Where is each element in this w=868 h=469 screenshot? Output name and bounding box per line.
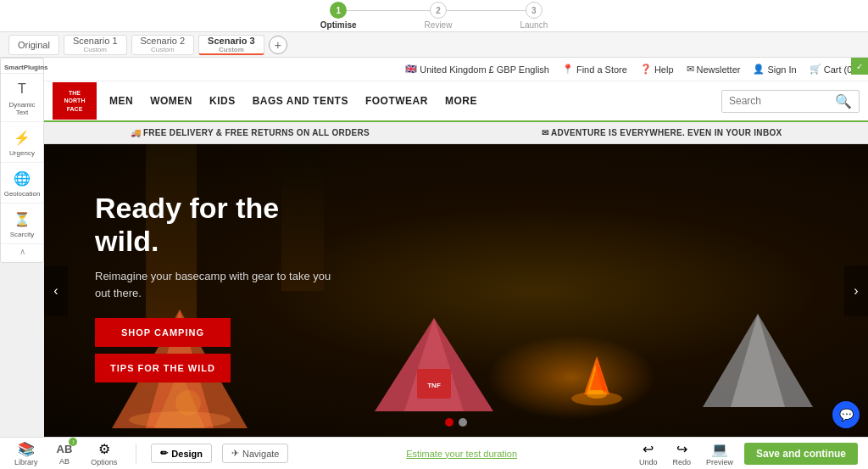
svg-point-15 bbox=[587, 390, 607, 399]
redo-button[interactable]: ↪ Redo bbox=[668, 439, 695, 468]
green-badge bbox=[851, 58, 868, 75]
chat-button[interactable]: 💬 bbox=[832, 401, 860, 428]
search-bar[interactable]: 🔍 bbox=[721, 90, 860, 113]
redo-icon: ↪ bbox=[676, 441, 687, 457]
library-button[interactable]: 📚 Library bbox=[10, 439, 42, 468]
progress-step-1[interactable]: 1 Optimise bbox=[320, 2, 357, 30]
step-circle-2: 2 bbox=[430, 2, 447, 19]
hero-title: Ready for the wild. bbox=[95, 192, 341, 258]
tent-center: TNF bbox=[366, 310, 502, 420]
scarcity-icon: ⏳ bbox=[12, 209, 32, 229]
nav-link-footwear[interactable]: FOOTWEAR bbox=[365, 95, 428, 107]
svg-text:TNF: TNF bbox=[427, 382, 441, 389]
toolbar-divider bbox=[136, 444, 136, 464]
add-scenario-button[interactable]: + bbox=[269, 36, 287, 54]
progress-step-3[interactable]: 3 Launch bbox=[520, 2, 548, 30]
bottom-toolbar: 📚 Library AB ! AB ⚙ Options ✏ Design ✈ N… bbox=[0, 437, 868, 469]
pencil-icon: ✏ bbox=[160, 448, 168, 459]
tent-right bbox=[698, 310, 817, 411]
step-circle-3: 3 bbox=[526, 2, 542, 19]
carousel-dot-2[interactable] bbox=[459, 418, 467, 427]
geolocation-icon: 🌐 bbox=[12, 168, 32, 188]
nav-link-bags[interactable]: BAGS AND TENTS bbox=[253, 95, 348, 107]
scenario-tabs: Original Scenario 1 Custom Scenario 2 Cu… bbox=[0, 32, 868, 58]
step-label-2: Review bbox=[425, 20, 453, 30]
utility-country[interactable]: 🇬🇧 United Kingdom £ GBP English bbox=[405, 64, 549, 75]
website-frame: 🇬🇧 United Kingdom £ GBP English 📍 Find a… bbox=[44, 58, 868, 437]
design-button[interactable]: ✏ Design bbox=[151, 444, 212, 463]
carousel-prev-button[interactable]: ‹ bbox=[44, 265, 68, 316]
preview-label: Preview bbox=[706, 458, 733, 466]
search-input[interactable] bbox=[729, 95, 831, 107]
carousel-dot-1[interactable] bbox=[445, 418, 453, 427]
hero-subtitle: Reimagine your basecamp with gear to tak… bbox=[95, 268, 341, 301]
progress-bar: 1 Optimise 2 Review 3 Launch bbox=[0, 0, 868, 32]
plugin-scarcity-label: Scarcity bbox=[10, 231, 34, 238]
save-continue-button[interactable]: Save and continue bbox=[744, 443, 858, 465]
preview-button[interactable]: 💻 Preview bbox=[702, 439, 737, 468]
utility-newsletter[interactable]: ✉ Newsletter bbox=[687, 64, 741, 75]
utility-help[interactable]: ❓ Help bbox=[640, 64, 674, 75]
options-button[interactable]: ⚙ Options bbox=[86, 439, 121, 468]
plugin-geolocation[interactable]: 🌐 Geolocation bbox=[1, 163, 43, 204]
nav-bar: THE NORTH FACE MEN WOMEN KIDS BAGS AND T… bbox=[44, 81, 868, 122]
utility-sign-in[interactable]: 👤 Sign In bbox=[753, 64, 796, 75]
progress-step-2[interactable]: 2 Review bbox=[425, 2, 453, 30]
step-label-3: Launch bbox=[520, 20, 548, 30]
smart-plugins-header: SmartPlugins bbox=[1, 62, 43, 74]
plugin-geolocation-label: Geolocation bbox=[4, 190, 41, 198]
tab-scenario-1[interactable]: Scenario 1 Custom bbox=[64, 35, 127, 55]
toolbar-right: ↩ Undo ↪ Redo 💻 Preview Save and continu… bbox=[635, 439, 858, 468]
shop-camping-button[interactable]: SHOP CAMPING bbox=[95, 318, 231, 347]
tab-scenario-2[interactable]: Scenario 2 Custom bbox=[131, 35, 195, 55]
nav-link-women[interactable]: WOMEN bbox=[150, 95, 192, 107]
svg-point-4 bbox=[175, 390, 201, 416]
plugin-dynamic-text-label: Dynamic Text bbox=[4, 101, 40, 116]
library-icon-wrapper: 📚 bbox=[18, 441, 35, 457]
delivery-icon: 🚚 bbox=[131, 128, 141, 137]
nav-link-more[interactable]: MORE bbox=[445, 95, 477, 107]
carousel-dots bbox=[445, 418, 467, 427]
nav-link-men[interactable]: MEN bbox=[109, 95, 133, 107]
plugin-scarcity[interactable]: ⏳ Scarcity bbox=[1, 204, 43, 244]
plugins-toggle[interactable]: ∧ bbox=[1, 244, 43, 259]
ab-icon-wrapper: AB ! bbox=[57, 441, 73, 456]
nav-links: MEN WOMEN KIDS BAGS AND TENTS FOOTWEAR M… bbox=[109, 95, 721, 107]
plugin-urgency-label: Urgency bbox=[9, 149, 35, 157]
undo-label: Undo bbox=[639, 458, 658, 466]
logo-text: THE NORTH FACE bbox=[64, 89, 86, 112]
options-label: Options bbox=[91, 458, 117, 466]
navigate-button[interactable]: ✈ Navigate bbox=[222, 444, 288, 463]
preview-icon: 💻 bbox=[711, 441, 728, 457]
ab-label: AB bbox=[59, 457, 70, 466]
tab-scenario-3[interactable]: Scenario 3 Custom bbox=[198, 35, 264, 55]
smart-plugins-panel: SmartPlugins T Dynamic Text ⚡ Urgency 🌐 … bbox=[0, 58, 44, 263]
nav-link-kids[interactable]: KIDS bbox=[209, 95, 236, 107]
tab-original[interactable]: Original bbox=[8, 35, 59, 55]
logo[interactable]: THE NORTH FACE bbox=[53, 82, 97, 120]
hero-section: TNF Ready for the wild. Reimagine your b… bbox=[44, 144, 868, 437]
search-icon[interactable]: 🔍 bbox=[835, 93, 852, 109]
redo-label: Redo bbox=[672, 458, 691, 466]
tips-wild-button[interactable]: TIPS FOR THE WILD bbox=[95, 354, 231, 382]
undo-button[interactable]: ↩ Undo bbox=[635, 439, 662, 468]
library-label: Library bbox=[14, 458, 38, 466]
utility-find-store[interactable]: 📍 Find a Store bbox=[562, 64, 627, 75]
estimate-duration-link[interactable]: Estimate your test duration bbox=[288, 449, 634, 459]
toolbar-left: 📚 Library AB ! AB ⚙ Options ✏ Design ✈ N… bbox=[10, 439, 288, 468]
step-circle-1: 1 bbox=[330, 2, 347, 19]
ab-mode-button[interactable]: AB ! AB bbox=[53, 439, 77, 467]
plugin-dynamic-text[interactable]: T Dynamic Text bbox=[1, 74, 43, 122]
plugin-urgency[interactable]: ⚡ Urgency bbox=[1, 122, 43, 163]
announcement-right: ✉ ADVENTURE IS EVERYWHERE. EVEN IN YOUR … bbox=[542, 128, 782, 137]
dynamic-text-icon: T bbox=[12, 79, 32, 99]
ab-badge: ! bbox=[69, 438, 77, 446]
announcement-bar: 🚚 FREE DELIVERY & FREE RETURNS ON ALL OR… bbox=[44, 122, 868, 144]
navigate-icon: ✈ bbox=[231, 448, 239, 459]
step-label-1: Optimise bbox=[320, 20, 357, 30]
library-icon: 📚 bbox=[18, 442, 35, 456]
urgency-icon: ⚡ bbox=[12, 127, 32, 148]
undo-icon: ↩ bbox=[643, 441, 654, 457]
carousel-next-button[interactable]: › bbox=[844, 265, 868, 316]
utility-cart[interactable]: 🛒 Cart (0) bbox=[810, 64, 855, 75]
